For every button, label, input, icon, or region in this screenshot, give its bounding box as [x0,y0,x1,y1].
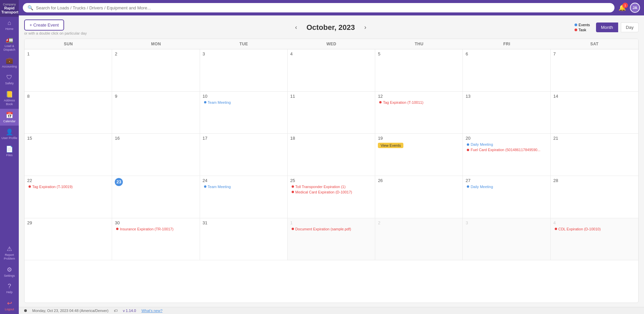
calendar-event[interactable]: Medical Card Expiration (D-10017) [290,190,372,194]
calendar-event[interactable]: Insurance Expiration (TR-10017) [115,227,197,231]
calendar-cell[interactable]: 29 [24,218,112,261]
calendar-cell[interactable]: 10Team Meeting [200,92,288,134]
calendar-cell[interactable]: 23 [112,176,200,218]
calendar-event[interactable]: CDL Expiration (D-10010) [553,227,636,231]
day-view-button[interactable]: Day [621,23,639,32]
calendar-cell[interactable]: 3 [200,49,288,92]
notification-button[interactable]: 🔔 1 [618,4,626,11]
search-icon: 🔍 [28,5,33,10]
topbar: 🔍 🔔 1 JA [19,0,644,15]
calendar-days-header: SUN MON TUE WED THU FRI SAT [24,39,638,49]
calendar-cell[interactable]: 2 [112,49,200,92]
cell-date: 28 [553,178,636,183]
calendar-event[interactable]: Fuel Card Expiration (501486117849590... [465,147,547,152]
sidebar-item-safety[interactable]: 🛡 Safety [0,71,19,88]
statusbar-dot [24,309,27,312]
calendar-cell[interactable]: 15 [24,134,112,176]
calendar-cell[interactable]: 6 [463,49,550,92]
prev-month-button[interactable]: ‹ [292,23,300,32]
next-month-button[interactable]: › [361,23,369,32]
calendar-event[interactable]: Document Expiration (sample.pdf) [290,227,372,231]
avatar[interactable]: JA [630,3,640,13]
calendar-cell[interactable]: 7 [551,49,638,92]
events-dot [575,24,577,26]
calendar-cell[interactable]: 11 [288,92,375,134]
month-view-button[interactable]: Month [596,23,618,32]
calendar-event[interactable]: Tag Expiration (T-10011) [378,100,460,105]
calendar-cell[interactable]: 21 [551,134,638,176]
event-text: Tag Expiration (T-10011) [383,100,423,104]
cell-date: 16 [115,136,197,141]
event-text: Medical Card Expiration (D-10017) [295,190,352,194]
calendar-event[interactable]: Daily Meeting [465,184,547,189]
company-label: Company [1,3,17,6]
calendar-cell[interactable]: 24Team Meeting [200,176,288,218]
event-text: Team Meeting [208,100,231,104]
calendar-event[interactable]: Tag Expiration (T-10019) [27,184,109,189]
calendar-cell[interactable]: 14 [551,92,638,134]
search-bar[interactable]: 🔍 [23,3,614,12]
cell-date: 14 [553,94,636,99]
calendar-cell[interactable]: 20Daily MeetingFuel Card Expiration (501… [463,134,550,176]
view-toggle: Events Task Month Day [575,23,639,32]
cell-date: 1 [27,51,109,56]
sidebar-item-help[interactable]: ? Help [0,280,19,297]
sidebar-item-files[interactable]: 📄 Files [0,143,19,160]
calendar-cell[interactable]: 4CDL Expiration (D-10010) [551,218,638,261]
calendar-cell[interactable]: 28 [551,176,638,218]
sidebar-item-label: Calendar [3,120,16,123]
day-header-sun: SUN [24,39,112,49]
create-event-button[interactable]: + Create Event [24,19,64,31]
search-input[interactable] [36,5,610,10]
calendar-cell[interactable]: 3 [463,218,550,261]
calendar-cell[interactable]: 30Insurance Expiration (TR-10017) [112,218,200,261]
calendar-cell[interactable]: 8 [24,92,112,134]
calendar-cell[interactable]: 2 [375,218,463,261]
sidebar-item-address-book[interactable]: 📒 Address Book [0,88,19,109]
event-dot-blue [204,101,206,103]
sidebar-logo[interactable]: Company Rapid Transport [0,0,19,17]
calendar-event[interactable]: Team Meeting [203,184,285,189]
statusbar-datetime: Monday, Oct 23, 2023 04:48 (America/Denv… [32,309,108,313]
view-events-badge[interactable]: View Events [378,143,403,148]
calendar-event[interactable]: Team Meeting [203,100,285,105]
calendar-cell[interactable]: 18 [288,134,375,176]
calendar-cell[interactable]: 5 [375,49,463,92]
sidebar-item-home[interactable]: ⌂ Home [0,17,19,34]
event-dot-red [379,101,382,103]
calendar-cell[interactable]: 16 [112,134,200,176]
calendar-cell[interactable]: 26 [375,176,463,218]
calendar-cell[interactable]: 17 [200,134,288,176]
calendar-cell[interactable]: 27Daily Meeting [463,176,550,218]
calendar-cell[interactable]: 31 [200,218,288,261]
calendar-event[interactable]: Toll Transponder Expiration (1) [290,184,372,189]
legend-events: Events [575,23,590,27]
main-content: 🔍 🔔 1 JA + Create Event or with a double… [19,0,644,314]
sidebar-item-logout[interactable]: ↩ Logout [0,297,19,314]
calendar-legend: Events Task [575,23,590,32]
event-dot-blue [204,185,206,188]
sidebar-item-report-problem[interactable]: ⚠ Report Problem [0,242,19,263]
notification-badge: 1 [623,3,628,8]
sidebar-item-settings[interactable]: ⚙ Settings [0,263,19,280]
calendar-cell[interactable]: 22Tag Expiration (T-10019) [24,176,112,218]
sidebar-item-calendar[interactable]: 📅 Calendar [0,109,19,126]
calendar-cell[interactable]: 13 [463,92,550,134]
sidebar-item-label: Help [6,290,13,294]
sidebar-item-user-profile[interactable]: 👤 User Profile [0,126,19,143]
calendar-cell[interactable]: 25Toll Transponder Expiration (1)Medical… [288,176,375,218]
calendar-cell[interactable]: 9 [112,92,200,134]
sidebar-item-accounting[interactable]: 💼 Accounting [0,54,19,71]
whats-new-link[interactable]: What's new? [141,309,162,313]
calendar-cell[interactable]: 12Tag Expiration (T-10011) [375,92,463,134]
day-header-thu: THU [375,39,463,49]
calendar-cell[interactable]: 4 [288,49,375,92]
calendar-cell[interactable]: 1Document Expiration (sample.pdf) [288,218,375,261]
calendar-cell[interactable]: 1 [24,49,112,92]
event-dot-blue [467,143,469,146]
calendar-cell[interactable]: 19View Events [375,134,463,176]
cell-date: 22 [27,178,109,183]
calendar-event[interactable]: Daily Meeting [465,142,547,147]
sidebar-item-load-dispatch[interactable]: 🚛 Load & Dispatch [0,34,19,54]
address-book-icon: 📒 [6,91,13,98]
